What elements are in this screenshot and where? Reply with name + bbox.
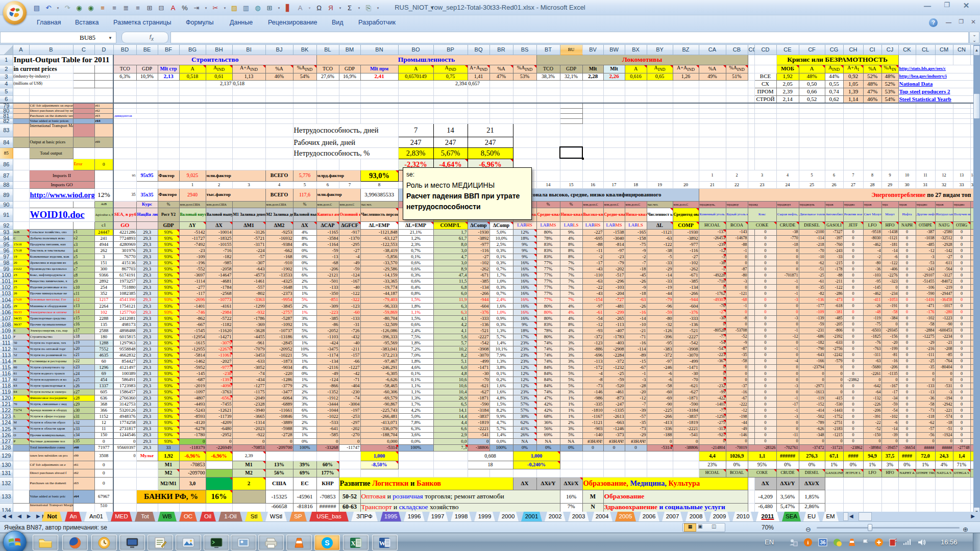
svg-text:S: S	[325, 539, 329, 547]
svg-text:X: X	[351, 539, 356, 547]
svg-text:36: 36	[820, 540, 826, 545]
svg-text:i: i	[807, 539, 808, 545]
svg-text:W: W	[379, 539, 386, 547]
